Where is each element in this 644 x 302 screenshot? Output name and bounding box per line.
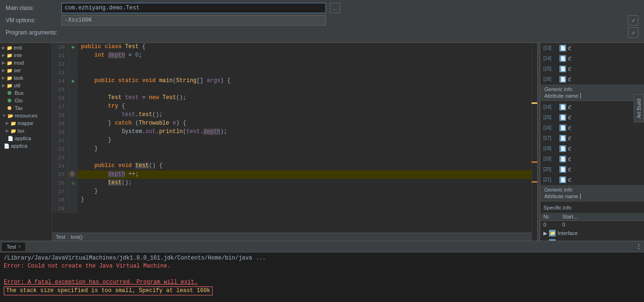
line-marker xyxy=(69,204,78,213)
item-index: [15] xyxy=(543,113,558,122)
panel-item-20[interactable]: [20] 📄 ℭ xyxy=(541,164,644,175)
attr-cursor-1 xyxy=(580,93,581,99)
field: depth xyxy=(108,171,125,177)
attr-name-text-2: Attribute name xyxy=(544,193,578,199)
folder-icon: 📁 xyxy=(10,121,16,126)
panel-item-16b[interactable]: [16] 📄 ℭ xyxy=(541,123,644,133)
progargs-row: Program arguments: ⤢ xyxy=(6,27,638,38)
field: depth xyxy=(203,128,220,135)
item-index: [18] xyxy=(543,144,558,153)
line-marker[interactable]: ↻ xyxy=(69,179,78,187)
item-text: ℭ xyxy=(568,65,572,73)
panel-item-14b[interactable]: [14] 📄 ℭ xyxy=(541,102,644,112)
sidebar-item-tax2[interactable]: ▶ 📁 tax xyxy=(0,127,52,134)
panel-item-13[interactable]: [13] 📄 ℭ xyxy=(541,43,644,53)
line-code: depth ++; xyxy=(78,170,532,179)
expand-arrow: ▶ xyxy=(2,76,5,80)
expand-arrow: ▶ xyxy=(6,121,9,126)
cell-start: 0 xyxy=(562,222,641,227)
line-marker xyxy=(69,60,78,68)
line-marker xyxy=(69,119,78,128)
panel-item-16a[interactable]: [16] 📄 ℭ xyxy=(541,74,644,84)
breadcrumb: Test › test() xyxy=(52,233,532,241)
file-icon: 📄 xyxy=(8,136,13,141)
sidebar-item-resources[interactable]: ▼ 📂 resources xyxy=(0,112,52,119)
line-number: 25 xyxy=(52,170,69,179)
terminal-output[interactable]: /Library/Java/JavaVirtualMachines/jdk1.8… xyxy=(0,252,644,302)
sidebar-item-glo[interactable]: Glo xyxy=(0,97,52,104)
vmoptions-input[interactable] xyxy=(61,15,326,25)
item-index: [16] xyxy=(543,124,558,132)
mainclass-input[interactable] xyxy=(61,3,326,13)
line-code: } xyxy=(78,145,532,153)
code-line-15: 15 xyxy=(52,85,532,94)
panel-item-18[interactable]: [18] 📄 ℭ xyxy=(541,143,644,154)
panel-item-14a[interactable]: [14] 📄 ℭ xyxy=(541,53,644,64)
vmoptions-expand-button[interactable]: ⤢ xyxy=(628,15,638,25)
punct: ++; xyxy=(129,171,139,177)
line-number: 28 xyxy=(52,196,69,204)
section-arrow: ▶ xyxy=(543,230,547,236)
progargs-expand-button[interactable]: ⤢ xyxy=(628,27,638,38)
code-line-19: 19 } catch (Throwable e) { xyxy=(52,119,532,128)
line-marker xyxy=(69,153,78,162)
right-panel-scroll[interactable]: [13] 📄 ℭ [14] 📄 ℭ [15] 📄 ℭ [16] 📄 ℭ xyxy=(541,43,644,241)
tab-close-icon[interactable]: × xyxy=(18,244,21,249)
mainclass-browse-button[interactable]: ... xyxy=(330,3,340,13)
file-icon: 📄 xyxy=(559,104,566,110)
code-line-29: 29 xyxy=(52,204,532,213)
file-icon: 📄 xyxy=(559,76,566,83)
sidebar-item-tax[interactable]: Tax xyxy=(0,104,52,112)
item-text: ℭ xyxy=(568,124,572,132)
code-container[interactable]: 10 ▶ public class Test { 11 int depth = … xyxy=(52,43,532,233)
sidebar-item-applica1[interactable]: 📄 applica xyxy=(0,134,52,142)
punct: ) xyxy=(176,120,180,126)
editor-scrollbar[interactable] xyxy=(532,43,537,241)
terminal-tab-test[interactable]: Test × xyxy=(2,243,26,251)
sidebar-item-util[interactable]: ▶ 📁 util xyxy=(0,82,52,89)
sidebar-item-mod[interactable]: ▶ 📁 mod xyxy=(0,59,52,67)
file-icon: 📄 xyxy=(559,135,566,142)
scroll-mark-1 xyxy=(532,102,537,104)
item-index: [13] xyxy=(543,44,558,52)
punct: { xyxy=(142,43,146,50)
cell-nr: 0 xyxy=(543,222,562,227)
line-marker[interactable]: ▶ xyxy=(69,77,78,85)
panel-item-17[interactable]: [17] 📄 ℭ xyxy=(541,133,644,143)
code-line-25: 25 ! depth ++; xyxy=(52,170,532,179)
sidebar-item-bus[interactable]: Bus xyxy=(0,89,52,97)
package-icon: 📁 xyxy=(7,45,12,50)
panel-item-19[interactable]: [19] 📄 ℭ xyxy=(541,154,644,164)
item-text: ℭ xyxy=(568,113,572,122)
package-icon: 📁 xyxy=(7,76,12,81)
punct: { xyxy=(227,77,231,84)
line-marker[interactable]: ▶ xyxy=(69,43,78,51)
art-build-label: Art Build xyxy=(636,99,642,118)
col-nr: Nr. xyxy=(543,214,562,219)
sidebar-item-task[interactable]: ▶ 📁 task xyxy=(0,74,52,82)
panel-item-21[interactable]: [21] 📄 ℭ xyxy=(541,175,644,185)
sidebar-item-label: Tax xyxy=(15,105,23,111)
item-index: [17] xyxy=(543,134,558,143)
sidebar-item-ser[interactable]: ▶ 📁 ser xyxy=(0,67,52,74)
art-build-tab[interactable]: Art Build xyxy=(634,94,644,123)
sidebar-item-inte[interactable]: ▶ 📁 inte xyxy=(0,51,52,59)
file-icon: 📄 xyxy=(559,156,566,162)
class-icon xyxy=(8,99,11,102)
panel-item-15a[interactable]: [15] 📄 ℭ xyxy=(541,64,644,74)
sidebar-item-applica2[interactable]: 📄 applica xyxy=(0,142,52,150)
local-var: test xyxy=(121,111,135,118)
sidebar-item-mappe[interactable]: ▶ 📁 mappe xyxy=(0,119,52,127)
section-interface[interactable]: ▶ 📁 Interface xyxy=(541,228,644,238)
punct: { xyxy=(183,120,186,126)
folder-icon: 📁 xyxy=(10,128,16,134)
terminal-action-menu[interactable]: ⋮ xyxy=(635,243,642,251)
panel-item-15b[interactable]: [15] 📄 ℭ xyxy=(541,112,644,123)
line-number: 26 xyxy=(52,179,69,187)
run-indicator: ▶ xyxy=(72,44,75,50)
line-marker[interactable]: ! xyxy=(69,170,78,179)
punct: } xyxy=(81,196,84,203)
expand-arrow: ▶ xyxy=(2,45,5,50)
sidebar-item-enti[interactable]: ▶ 📁 enti xyxy=(0,44,52,51)
line-code: test(); xyxy=(78,179,532,187)
